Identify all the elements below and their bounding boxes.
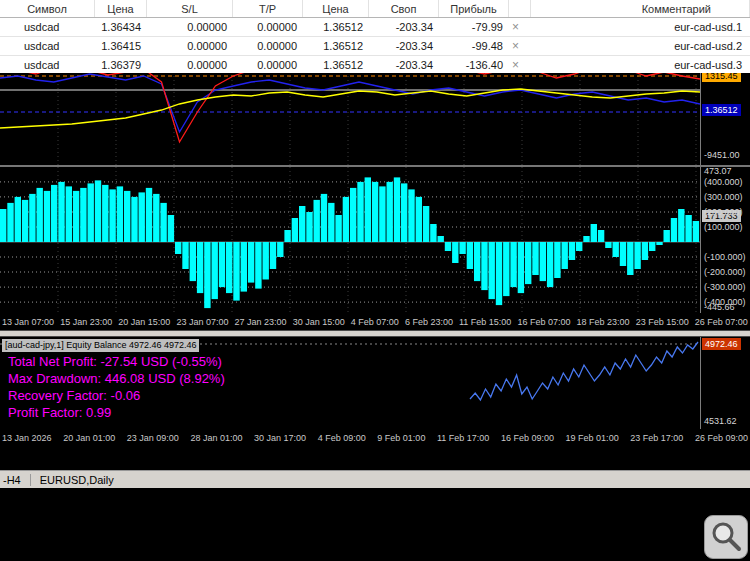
histogram-bar bbox=[102, 185, 108, 242]
histogram-bar bbox=[379, 186, 385, 242]
histogram-bar bbox=[29, 194, 35, 242]
tab-partial[interactable]: -H4 bbox=[3, 474, 21, 486]
column-header[interactable]: Своп bbox=[369, 0, 439, 17]
histogram-bar bbox=[66, 186, 72, 242]
histogram-bar bbox=[583, 236, 589, 242]
table-row[interactable]: usdcad1.364340.000000.000001.36512-203.3… bbox=[0, 18, 750, 37]
close-order-button[interactable]: × bbox=[509, 58, 531, 72]
cell-sl: 0.00000 bbox=[147, 59, 233, 71]
histogram-bar bbox=[219, 242, 225, 287]
zoom-icon[interactable] bbox=[704, 515, 748, 559]
histogram-bar bbox=[95, 180, 101, 242]
yellow-series-line bbox=[0, 89, 700, 128]
table-row[interactable]: usdcad1.364150.000000.000001.36512-203.3… bbox=[0, 37, 750, 56]
histogram-bar bbox=[292, 218, 298, 242]
equity-window-title[interactable]: [aud-cad-jpy,1] Equity Balance 4972.46 4… bbox=[2, 339, 199, 352]
cell-comment: eur-cad-usd.2 bbox=[531, 40, 750, 52]
histogram-bar bbox=[88, 183, 94, 242]
stat-max-drawdown: Max Drawdown: 446.08 USD (8.92%) bbox=[8, 370, 225, 387]
tab-eurusd-daily[interactable]: EURUSD,Daily bbox=[40, 474, 114, 486]
cell-tp: 0.00000 bbox=[233, 59, 303, 71]
cell-symbol: usdcad bbox=[0, 21, 95, 33]
column-header[interactable]: Прибыль bbox=[439, 0, 509, 17]
indicator-level-label: (-100.000) bbox=[704, 252, 746, 262]
histogram-bar bbox=[685, 215, 691, 242]
cell-swap: -203.34 bbox=[369, 21, 439, 33]
histogram-bar bbox=[481, 242, 487, 290]
indicator-max-label: 473.07 bbox=[704, 166, 732, 176]
column-header[interactable]: Цена bbox=[303, 0, 369, 17]
histogram-bar bbox=[321, 194, 327, 242]
table-row[interactable]: usdcad1.363790.000000.000001.36512-203.3… bbox=[0, 56, 750, 73]
histogram-bar bbox=[350, 188, 356, 242]
histogram-bar bbox=[212, 242, 218, 299]
histogram-bar bbox=[438, 236, 444, 242]
histogram-bar bbox=[554, 242, 560, 278]
time-label: 9 Feb 01:00 bbox=[377, 433, 425, 443]
histogram-bar bbox=[547, 242, 553, 287]
histogram-bar bbox=[197, 242, 203, 293]
indicator-level-label: (-400.000) bbox=[704, 297, 746, 307]
cell-profit: -136.40 bbox=[439, 59, 509, 71]
indicator-scale[interactable]: 473.07 171.733 -445.66 (400.000)(300.000… bbox=[700, 167, 750, 313]
time-label: 11 Feb 15:00 bbox=[459, 317, 511, 327]
time-axis-2[interactable]: 13 Jan 202620 Jan 01:0023 Jan 09:0028 Ja… bbox=[0, 429, 750, 446]
histogram-bar bbox=[15, 197, 21, 242]
histogram-bar bbox=[146, 188, 152, 242]
time-axis-1[interactable]: 13 Jan 07:0015 Jan 23:0020 Jan 15:0023 J… bbox=[0, 313, 750, 330]
time-label: 23 Feb 17:00 bbox=[630, 433, 683, 443]
cell-sl: 0.00000 bbox=[147, 40, 233, 52]
histogram-bar bbox=[540, 242, 546, 281]
equity-panel[interactable]: [aud-cad-jpy,1] Equity Balance 4972.46 4… bbox=[0, 337, 750, 429]
chart-tab-bar: -H4 EURUSD,Daily bbox=[0, 470, 750, 488]
histogram-bar bbox=[518, 242, 524, 293]
price-label-lower: -9451.00 bbox=[704, 150, 740, 160]
column-header[interactable]: T/P bbox=[233, 0, 303, 17]
histogram-bar bbox=[430, 224, 436, 242]
tab-divider bbox=[30, 474, 31, 486]
current-price-blue: 1.36512 bbox=[702, 104, 741, 116]
histogram-bar bbox=[656, 242, 662, 245]
histogram-bar bbox=[109, 189, 115, 242]
histogram-bar bbox=[343, 197, 349, 242]
histogram-bar bbox=[51, 185, 57, 242]
histogram-bar bbox=[328, 203, 334, 242]
histogram-bar bbox=[605, 242, 611, 248]
histogram-bar bbox=[525, 242, 531, 284]
time-label: 4 Feb 07:00 bbox=[351, 317, 399, 327]
column-header[interactable]: Цена bbox=[95, 0, 147, 17]
histogram-bar bbox=[634, 242, 640, 269]
column-header[interactable]: Комментарий bbox=[531, 0, 750, 17]
column-header[interactable]: Символ bbox=[0, 0, 95, 17]
histogram-bar bbox=[510, 242, 516, 287]
time-label: 19 Feb 01:00 bbox=[566, 433, 619, 443]
histogram-bar bbox=[423, 206, 429, 242]
time-label: 13 Jan 07:00 bbox=[2, 317, 54, 327]
histogram-bar bbox=[649, 242, 655, 251]
histogram-bar bbox=[255, 242, 261, 289]
cell-profit: -99.48 bbox=[439, 40, 509, 52]
histogram-bar bbox=[139, 192, 145, 242]
histogram-bar bbox=[277, 242, 283, 257]
indicator-panel[interactable]: 473.07 171.733 -445.66 (400.000)(300.000… bbox=[0, 167, 750, 313]
stat-recovery-factor: Recovery Factor: -0.06 bbox=[8, 387, 225, 404]
histogram-bar bbox=[387, 182, 393, 242]
histogram-bar bbox=[613, 242, 619, 257]
column-header[interactable]: S/L bbox=[147, 0, 233, 17]
close-order-button[interactable]: × bbox=[509, 20, 531, 34]
blue-series-line bbox=[0, 74, 700, 132]
equity-scale[interactable]: 4972.46 4531.62 bbox=[700, 337, 750, 429]
histogram-bar bbox=[664, 230, 670, 242]
column-header-spacer bbox=[509, 0, 531, 17]
equity-current-value: 4972.46 bbox=[702, 338, 741, 350]
time-label: 16 Feb 09:00 bbox=[501, 433, 554, 443]
stat-net-profit: Total Net Profit: -27.54 USD (-0.55%) bbox=[8, 353, 225, 370]
window-splitter[interactable] bbox=[0, 330, 750, 337]
histogram-bar bbox=[598, 230, 604, 242]
time-label: 15 Jan 23:00 bbox=[60, 317, 112, 327]
histogram-bar bbox=[44, 191, 50, 242]
close-order-button[interactable]: × bbox=[509, 39, 531, 53]
histogram-bar bbox=[627, 242, 633, 275]
cell-comment: eur-cad-usd.3 bbox=[531, 59, 750, 71]
histogram-bar bbox=[204, 242, 210, 308]
